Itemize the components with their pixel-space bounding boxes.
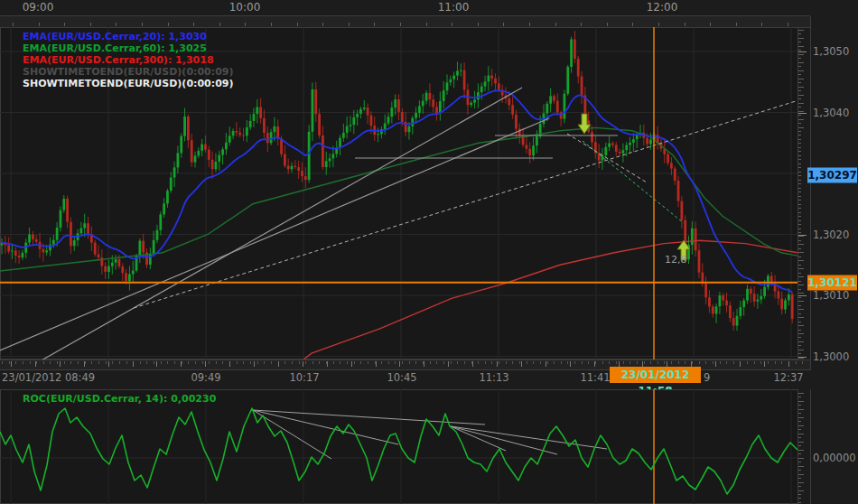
ruler-tick: [798, 295, 807, 296]
ruler-tick: [609, 361, 610, 364]
ruler-tick: [60, 361, 61, 367]
ruler-tick: [116, 23, 117, 26]
ruler-tick: [205, 361, 206, 367]
ruler-tick: [554, 361, 555, 364]
ruler-tick: [798, 95, 804, 96]
ruler-tick: [761, 23, 762, 26]
ruler-tick: [512, 361, 513, 364]
ruler-tick: [775, 361, 776, 364]
ruler-tick: [485, 361, 486, 364]
time-label: 23/01/2012 08:49: [2, 371, 95, 384]
ruler-tick: [415, 361, 416, 364]
price-label: 1,3040: [813, 107, 849, 119]
ruler-tick: [798, 30, 804, 31]
ruler-tick: [798, 167, 801, 168]
ruler-tick: [798, 337, 801, 338]
ruler-tick: [685, 23, 685, 26]
ruler-tick: [430, 361, 431, 364]
ruler-tick: [798, 429, 801, 430]
ruler-tick: [798, 212, 801, 213]
ruler-tick: [798, 42, 801, 42]
ruler-tick: [798, 498, 801, 499]
ruler-tick: [119, 361, 120, 364]
ruler-tick: [798, 466, 804, 467]
roc-chart-canvas[interactable]: [0, 389, 798, 504]
ruler-tick: [798, 74, 801, 75]
ruler-tick: [798, 119, 804, 120]
ruler-tick: [798, 127, 804, 128]
ruler-tick: [312, 361, 313, 364]
ruler-tick: [84, 361, 85, 367]
ruler-tick: [376, 361, 377, 367]
ruler-tick: [499, 361, 499, 364]
ruler-tick: [161, 361, 162, 364]
ruler-tick: [798, 474, 804, 475]
ruler-tick: [781, 361, 782, 364]
ruler-tick: [292, 361, 293, 364]
ruler-tick: [798, 345, 801, 346]
top-time-ruler[interactable]: [0, 15, 810, 28]
ruler-tick: [798, 107, 801, 107]
ruler-tick: [798, 293, 804, 294]
ruler-tick: [13, 23, 14, 26]
ruler-tick: [798, 87, 804, 88]
ruler-tick: [570, 361, 571, 367]
order-price-tag[interactable]: 1,30121: [807, 275, 857, 290]
ruler-tick: [699, 361, 700, 364]
ruler-tick: [798, 111, 804, 112]
ruler-tick: [133, 361, 134, 367]
ruler-tick: [9, 361, 10, 364]
legend-ema300[interactable]: EMA(EUR/USD.Cerrar,300): 1,3018: [23, 54, 214, 66]
ruler-tick: [798, 229, 801, 229]
ruler-tick: [798, 90, 801, 91]
ruler-tick: [452, 23, 452, 26]
ruler-tick: [798, 358, 804, 359]
ruler-tick: [195, 361, 196, 364]
ruler-edge: [810, 16, 811, 370]
ruler-tick: [529, 23, 530, 26]
ruler-tick: [798, 180, 801, 181]
ruler-tick: [360, 361, 361, 364]
ruler-tick: [798, 191, 801, 192]
ruler-tick: [193, 23, 194, 26]
legend-roc[interactable]: ROC(EUR/USD.Cerrar, 14): 0,00230: [23, 393, 216, 405]
ruler-tick: [126, 361, 127, 364]
ruler-tick: [798, 502, 801, 503]
ruler-tick: [319, 361, 320, 364]
ruler-tick: [798, 79, 804, 79]
ruler-tick: [521, 361, 522, 367]
ruler-tick: [798, 139, 801, 140]
legend-ema20[interactable]: EMA(EUR/USD.Cerrar,20): 1,3030: [23, 31, 207, 42]
ruler-tick: [798, 252, 804, 253]
ruler-tick: [478, 23, 479, 26]
ruler-tick: [2, 361, 3, 364]
ruler-tick: [798, 98, 801, 99]
ruler-tick: [798, 309, 804, 310]
ruler-tick: [657, 361, 658, 364]
ruler-tick: [736, 23, 737, 26]
ruler-tick: [798, 462, 801, 462]
ruler-tick: [798, 268, 804, 269]
ruler-tick: [798, 143, 801, 144]
ruler-tick: [798, 240, 801, 241]
legend-ema60[interactable]: EMA(EUR/USD.Cerrar,60): 1,3025: [23, 42, 207, 54]
price-label: 1,3020: [813, 229, 849, 241]
ruler-tick: [448, 361, 449, 367]
ruler-tick: [710, 23, 711, 26]
ruler-tick: [798, 115, 801, 116]
ruler-tick: [98, 361, 99, 364]
ruler-tick: [305, 361, 306, 364]
ruler-tick: [664, 361, 665, 364]
ruler-tick: [798, 224, 801, 225]
ruler-tick: [798, 172, 801, 173]
ruler-tick: [297, 23, 298, 26]
ruler-tick: [798, 322, 801, 322]
ruler-tick: [798, 155, 801, 156]
ruler-tick: [671, 361, 672, 364]
ruler-tick: [540, 361, 541, 364]
ruler-tick: [533, 361, 534, 364]
ruler-tick: [400, 23, 401, 26]
highlighted-time-tag: 23/01/2012 11:58: [610, 367, 701, 383]
ruler-tick: [630, 361, 630, 364]
time-label: 11:13: [479, 371, 508, 384]
